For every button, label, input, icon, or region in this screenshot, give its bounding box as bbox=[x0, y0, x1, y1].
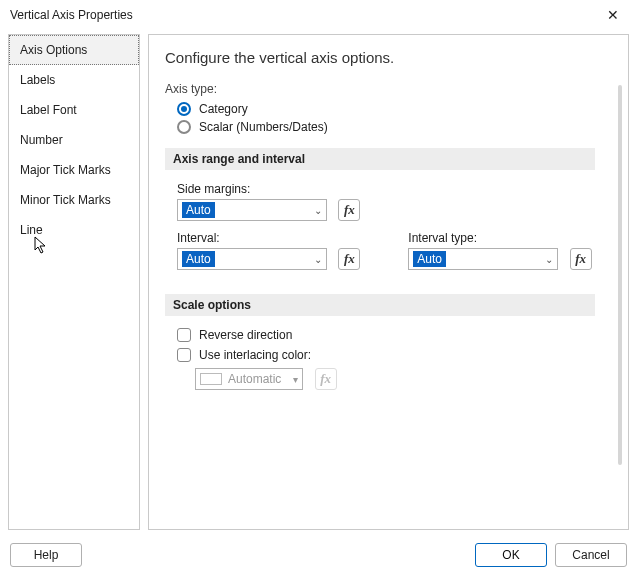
interval-type-combo[interactable]: Auto ⌄ bbox=[408, 248, 558, 270]
help-button[interactable]: Help bbox=[10, 543, 82, 567]
section-range: Axis range and interval bbox=[165, 148, 595, 170]
nav-item-labels[interactable]: Labels bbox=[9, 65, 139, 95]
axis-type-label: Axis type: bbox=[165, 82, 612, 96]
interlace-label: Use interlacing color: bbox=[199, 348, 311, 362]
side-margins-value: Auto bbox=[182, 202, 215, 218]
ok-button[interactable]: OK bbox=[475, 543, 547, 567]
color-swatch bbox=[200, 373, 222, 385]
interlace-color-fx-button[interactable]: fx bbox=[315, 368, 337, 390]
interval-combo[interactable]: Auto ⌄ bbox=[177, 248, 327, 270]
side-margins-label: Side margins: bbox=[177, 182, 612, 196]
radio-scalar[interactable] bbox=[177, 120, 191, 134]
nav-item-line[interactable]: Line bbox=[9, 215, 139, 245]
window-title: Vertical Axis Properties bbox=[10, 8, 133, 22]
interlace-color-combo[interactable]: Automatic ▾ bbox=[195, 368, 303, 390]
chevron-down-icon: ⌄ bbox=[545, 254, 553, 265]
interval-label: Interval: bbox=[177, 231, 360, 245]
page-heading: Configure the vertical axis options. bbox=[165, 49, 612, 66]
chevron-down-icon: ⌄ bbox=[314, 205, 322, 216]
reverse-checkbox[interactable] bbox=[177, 328, 191, 342]
radio-category-label: Category bbox=[199, 102, 248, 116]
caret-down-icon: ▾ bbox=[293, 374, 298, 385]
interval-type-fx-button[interactable]: fx bbox=[570, 248, 592, 270]
close-icon[interactable]: ✕ bbox=[599, 4, 627, 26]
reverse-label: Reverse direction bbox=[199, 328, 292, 342]
radio-category[interactable] bbox=[177, 102, 191, 116]
interlace-color-label: Automatic bbox=[228, 372, 281, 386]
side-margins-combo[interactable]: Auto ⌄ bbox=[177, 199, 327, 221]
nav-item-minor-tick-marks[interactable]: Minor Tick Marks bbox=[9, 185, 139, 215]
nav-item-axis-options[interactable]: Axis Options bbox=[9, 35, 139, 65]
side-margins-fx-button[interactable]: fx bbox=[338, 199, 360, 221]
nav-list: Axis Options Labels Label Font Number Ma… bbox=[8, 34, 140, 530]
interval-type-label: Interval type: bbox=[408, 231, 591, 245]
nav-item-label-font[interactable]: Label Font bbox=[9, 95, 139, 125]
interval-type-value: Auto bbox=[413, 251, 446, 267]
cancel-button[interactable]: Cancel bbox=[555, 543, 627, 567]
chevron-down-icon: ⌄ bbox=[314, 254, 322, 265]
scrollbar[interactable] bbox=[618, 85, 622, 465]
interlace-checkbox[interactable] bbox=[177, 348, 191, 362]
radio-scalar-label: Scalar (Numbers/Dates) bbox=[199, 120, 328, 134]
section-scale: Scale options bbox=[165, 294, 595, 316]
nav-item-number[interactable]: Number bbox=[9, 125, 139, 155]
nav-item-major-tick-marks[interactable]: Major Tick Marks bbox=[9, 155, 139, 185]
interval-fx-button[interactable]: fx bbox=[338, 248, 360, 270]
content-panel: Configure the vertical axis options. Axi… bbox=[148, 34, 629, 530]
interval-value: Auto bbox=[182, 251, 215, 267]
